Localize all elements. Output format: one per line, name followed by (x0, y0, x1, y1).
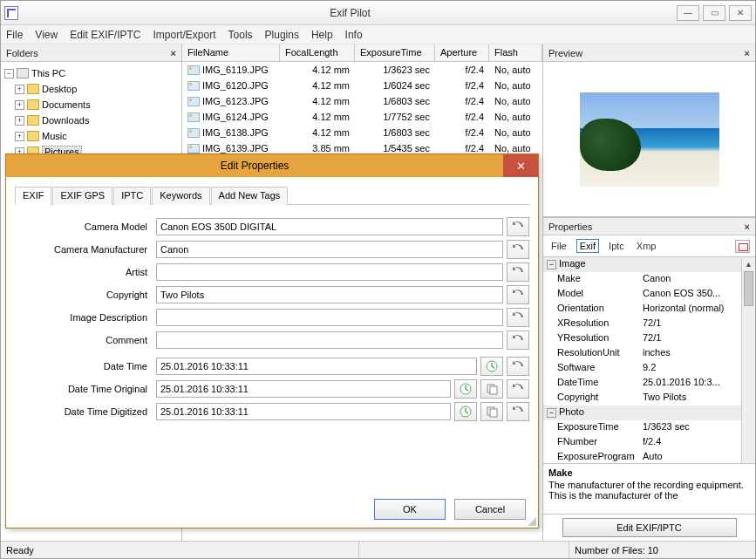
properties-close-icon[interactable]: × (745, 222, 750, 232)
copy-button[interactable] (480, 379, 503, 399)
field-input[interactable] (156, 331, 503, 349)
properties-grid[interactable]: −ImageMakeCanonModelCanon EOS 350...Orie… (543, 256, 755, 463)
tree-item[interactable]: Documents (42, 99, 91, 110)
dlg-tab-iptc[interactable]: IPTC (113, 187, 151, 205)
property-group[interactable]: −Image (543, 257, 755, 272)
undo-button[interactable] (507, 285, 529, 304)
prop-tab-exif[interactable]: Exif (576, 239, 599, 253)
property-row[interactable]: ResolutionUnitinches (543, 346, 755, 361)
undo-button[interactable] (507, 357, 529, 376)
scroll-thumb[interactable] (744, 271, 753, 306)
menu-file[interactable]: File (6, 29, 23, 41)
field-input[interactable] (156, 380, 451, 398)
field-label: Artist (15, 267, 156, 277)
table-row[interactable]: IMG_6138.JPG4.12 mm1/6803 secf/2.4No, au… (182, 125, 542, 140)
undo-button[interactable] (507, 217, 529, 236)
dialog-title: Edit Properties (6, 160, 503, 172)
dialog-titlebar[interactable]: Edit Properties ✕ (6, 154, 538, 177)
tree-item[interactable]: Desktop (42, 84, 77, 94)
expander-icon[interactable]: + (15, 85, 24, 94)
dlg-tab-exif[interactable]: EXIF (15, 187, 51, 205)
date-picker-button[interactable] (454, 379, 477, 399)
expander-icon[interactable]: + (15, 116, 24, 126)
col-focallength[interactable]: FocalLength (280, 44, 355, 61)
menu-tools[interactable]: Tools (228, 29, 253, 41)
tree-root[interactable]: This PC (31, 68, 65, 78)
tree-item[interactable]: Music (42, 131, 67, 141)
form-row: Copyright (15, 285, 529, 304)
property-row[interactable]: MakeCanon (543, 272, 755, 287)
table-row[interactable]: IMG_6119.JPG4.12 mm1/3623 secf/2.4No, au… (182, 62, 542, 78)
dlg-tab-add-new-tags[interactable]: Add New Tags (211, 187, 289, 205)
menu-help[interactable]: Help (311, 29, 333, 41)
property-row[interactable]: YResolution72/1 (543, 331, 755, 346)
property-row[interactable]: XResolution72/1 (543, 317, 755, 331)
prop-tab-iptc[interactable]: Iptc (606, 240, 627, 252)
field-input[interactable] (156, 358, 477, 375)
property-row[interactable]: FNumberf/2.4 (543, 435, 755, 450)
table-row[interactable]: IMG_6123.JPG4.12 mm1/6803 secf/2.4No, au… (182, 93, 542, 109)
table-row[interactable]: IMG_6120.JPG4.12 mm1/6024 secf/2.4No, au… (182, 78, 542, 93)
menu-view[interactable]: View (35, 29, 58, 41)
col-aperture[interactable]: Aperture (435, 44, 489, 61)
expander-icon[interactable]: + (15, 100, 24, 110)
expander-icon[interactable]: + (15, 132, 24, 141)
maximize-button[interactable]: ▭ (703, 5, 725, 21)
undo-button[interactable] (507, 379, 529, 399)
field-input[interactable] (156, 309, 503, 326)
undo-button[interactable] (507, 308, 529, 327)
properties-tool-icon[interactable] (735, 240, 750, 253)
property-row[interactable]: OrientationHorizontal (normal) (543, 302, 755, 317)
minimize-button[interactable]: — (677, 5, 699, 21)
col-filename[interactable]: FileName (182, 44, 280, 61)
property-row[interactable]: CopyrightTwo Pilots (543, 391, 755, 406)
col-flash[interactable]: Flash (489, 44, 542, 61)
undo-button[interactable] (507, 402, 529, 421)
field-input[interactable] (156, 241, 503, 258)
properties-header: Properties (548, 222, 592, 232)
cancel-button[interactable]: Cancel (454, 499, 526, 520)
dlg-tab-keywords[interactable]: Keywords (152, 187, 209, 205)
table-row[interactable]: IMG_6124.JPG4.12 mm1/7752 secf/2.4No, au… (182, 109, 542, 125)
undo-button[interactable] (507, 262, 529, 282)
folders-close-icon[interactable]: × (171, 48, 176, 58)
preview-close-icon[interactable]: × (745, 48, 750, 58)
property-row[interactable]: Software9.2 (543, 361, 755, 376)
scrollbar[interactable]: ▲ ▼ (741, 257, 755, 463)
edit-exif-iptc-button[interactable]: Edit EXIF/IPTC (562, 518, 737, 537)
ok-button[interactable]: OK (374, 499, 446, 520)
field-input[interactable] (156, 263, 503, 281)
undo-button[interactable] (507, 331, 529, 350)
prop-tab-xmp[interactable]: Xmp (634, 240, 659, 252)
dlg-tab-exif-gps[interactable]: EXIF GPS (52, 187, 112, 205)
menu-info[interactable]: Info (345, 29, 363, 41)
pc-icon (17, 68, 29, 78)
menu-edit-exif-iptc[interactable]: Edit EXIF/IPTC (70, 29, 140, 41)
property-row[interactable]: ModelCanon EOS 350... (543, 287, 755, 302)
app-title: Exif Pilot (24, 7, 677, 19)
menu-plugins[interactable]: Plugins (265, 29, 299, 41)
menu-import-export[interactable]: Import/Export (153, 29, 216, 41)
date-picker-button[interactable] (480, 357, 503, 376)
collapse-icon[interactable]: − (547, 408, 556, 418)
property-row[interactable]: ExposureTime1/3623 sec (543, 420, 755, 435)
field-input[interactable] (156, 218, 503, 235)
property-group[interactable]: −Photo (543, 406, 755, 420)
col-exposuretime[interactable]: ExposureTime (355, 44, 435, 61)
scroll-up-icon[interactable]: ▲ (742, 257, 755, 271)
resize-grip-icon[interactable] (526, 515, 536, 526)
property-row[interactable]: ExposureProgramAuto (543, 450, 755, 463)
collapse-icon[interactable]: − (547, 260, 556, 269)
prop-tab-file[interactable]: File (548, 240, 569, 252)
date-picker-button[interactable] (454, 402, 477, 421)
form-row: Date Time (15, 357, 529, 376)
close-button[interactable]: ✕ (729, 5, 752, 21)
dialog-close-button[interactable]: ✕ (503, 154, 538, 177)
expander-icon[interactable]: − (4, 69, 14, 78)
undo-button[interactable] (507, 240, 529, 259)
field-input[interactable] (156, 403, 451, 420)
property-row[interactable]: DateTime25.01.2016 10:3... (543, 376, 755, 391)
copy-button[interactable] (480, 402, 503, 421)
field-input[interactable] (156, 286, 503, 303)
tree-item[interactable]: Downloads (42, 115, 89, 126)
